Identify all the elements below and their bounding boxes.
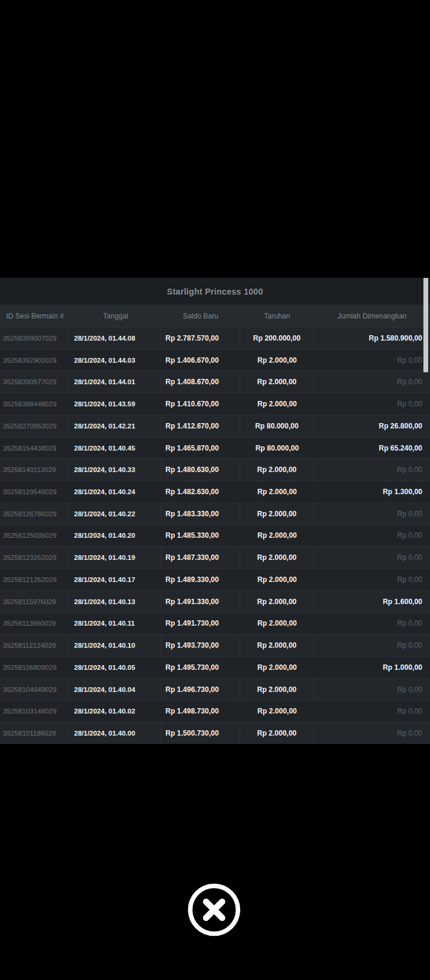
balance-cell: Rp 1.412.670,00 — [161, 415, 240, 437]
session-id-cell: 35258101186029 — [0, 722, 70, 744]
table-row: 3525812126202928/1/2024, 01.40.17Rp 1.48… — [0, 568, 430, 590]
date-cell: 28/1/2024, 01.40.19 — [70, 547, 161, 568]
bet-cell: Rp 2.000,00 — [240, 700, 314, 722]
win-cell: Rp 0,00 — [314, 569, 430, 590]
table-row: 3525839290102928/1/2024, 01.44.03Rp 1.40… — [0, 349, 430, 371]
date-cell: 28/1/2024, 01.40.20 — [70, 525, 161, 547]
balance-cell: Rp 1.489.330,00 — [161, 569, 240, 590]
bet-cell: Rp 2.000,00 — [240, 635, 314, 656]
balance-cell: Rp 1.482.630,00 — [161, 481, 240, 503]
win-cell: Rp 1.600,00 — [314, 591, 430, 612]
table-row: 3525839057702928/1/2024, 01.44.01Rp 1.40… — [0, 370, 430, 393]
win-cell: Rp 0,00 — [314, 393, 430, 415]
date-cell: 28/1/2024, 01.40.11 — [70, 613, 161, 635]
table-row: 3525815443802928/1/2024, 01.40.45Rp 1.46… — [0, 437, 430, 459]
session-id-cell: 35258129549029 — [0, 481, 70, 503]
column-header-new-balance: Saldo Baru — [161, 312, 240, 320]
date-cell: 28/1/2024, 01.42.21 — [70, 415, 161, 437]
win-cell: Rp 0,00 — [314, 700, 430, 722]
table-row: 3525810494902928/1/2024, 01.40.04Rp 1.49… — [0, 678, 430, 700]
bet-cell: Rp 2.000,00 — [240, 722, 314, 744]
bet-cell: Rp 2.000,00 — [240, 459, 314, 480]
session-id-cell: 35258392901029 — [0, 350, 70, 371]
session-id-cell: 35258115976029 — [0, 591, 70, 612]
balance-cell: Rp 1.483.330,00 — [161, 503, 240, 525]
session-id-cell: 35258154438029 — [0, 437, 70, 459]
date-cell: 28/1/2024, 01.40.45 — [70, 437, 161, 459]
win-cell: Rp 1.300,00 — [314, 481, 430, 503]
date-cell: 28/1/2024, 01.40.00 — [70, 722, 161, 744]
win-cell: Rp 0,00 — [314, 350, 430, 371]
win-cell: Rp 0,00 — [314, 547, 430, 568]
session-id-cell: 35258104949029 — [0, 679, 70, 700]
win-cell: Rp 0,00 — [314, 722, 430, 744]
win-cell: Rp 0,00 — [314, 525, 430, 547]
balance-cell: Rp 1.406.670,00 — [161, 350, 240, 371]
session-id-cell: 35258125035029 — [0, 525, 70, 547]
table-body: 3525839900702928/1/2024, 01.44.08Rp 2.78… — [0, 327, 430, 744]
date-cell: 28/1/2024, 01.40.02 — [70, 700, 161, 722]
bet-cell: Rp 2.000,00 — [240, 350, 314, 371]
bet-cell: Rp 80.000,00 — [240, 415, 314, 437]
date-cell: 28/1/2024, 01.40.04 — [70, 679, 161, 700]
win-cell: Rp 0,00 — [314, 635, 430, 656]
table-header-row: ID Sesi Bermain # Tanggal Saldo Baru Tar… — [0, 305, 430, 327]
bet-cell: Rp 2.000,00 — [240, 481, 314, 503]
bet-cell: Rp 2.000,00 — [240, 371, 314, 393]
phone-screen: Starlight Princess 1000 ID Sesi Bermain … — [0, 0, 430, 980]
date-cell: 28/1/2024, 01.43.59 — [70, 393, 161, 415]
balance-cell: Rp 1.487.330,00 — [161, 547, 240, 568]
session-history-modal: Starlight Princess 1000 ID Sesi Bermain … — [0, 278, 430, 744]
table-row: 3525838844802928/1/2024, 01.43.59Rp 1.41… — [0, 393, 430, 415]
session-id-cell: 35258126786029 — [0, 503, 70, 525]
session-id-cell: 35258270953029 — [0, 415, 70, 437]
win-cell: Rp 26.800,00 — [314, 415, 430, 437]
close-icon — [187, 883, 241, 937]
table-row: 3525812678602928/1/2024, 01.40.22Rp 1.48… — [0, 503, 430, 525]
date-cell: 28/1/2024, 01.44.08 — [70, 327, 161, 349]
session-id-cell: 35258103148029 — [0, 700, 70, 722]
bet-cell: Rp 2.000,00 — [240, 503, 314, 525]
balance-cell: Rp 1.408.670,00 — [161, 371, 240, 393]
session-id-cell: 35258390577029 — [0, 371, 70, 393]
win-cell: Rp 1.000,00 — [314, 657, 430, 678]
date-cell: 28/1/2024, 01.44.03 — [70, 350, 161, 371]
date-cell: 28/1/2024, 01.40.22 — [70, 503, 161, 525]
table-row: 3525810680902928/1/2024, 01.40.05Rp 1.49… — [0, 656, 430, 678]
balance-cell: Rp 2.787.570,00 — [161, 327, 240, 349]
scrollbar-thumb[interactable] — [423, 278, 428, 372]
win-cell: Rp 0,00 — [314, 613, 430, 635]
balance-cell: Rp 1.491.730,00 — [161, 613, 240, 635]
table-row: 3525812503502928/1/2024, 01.40.20Rp 1.48… — [0, 525, 430, 547]
bet-cell: Rp 200.000,00 — [240, 327, 314, 349]
date-cell: 28/1/2024, 01.44.01 — [70, 371, 161, 393]
table-row: 3525811395002928/1/2024, 01.40.11Rp 1.49… — [0, 612, 430, 635]
bet-cell: Rp 2.000,00 — [240, 657, 314, 678]
balance-cell: Rp 1.491.330,00 — [161, 591, 240, 612]
table-row: 3525814011302928/1/2024, 01.40.33Rp 1.48… — [0, 458, 430, 480]
bet-cell: Rp 2.000,00 — [240, 547, 314, 568]
session-id-cell: 35258113950029 — [0, 613, 70, 635]
date-cell: 28/1/2024, 01.40.17 — [70, 569, 161, 590]
date-cell: 28/1/2024, 01.40.13 — [70, 591, 161, 612]
win-cell: Rp 0,00 — [314, 459, 430, 480]
bet-cell: Rp 2.000,00 — [240, 569, 314, 590]
win-cell: Rp 0,00 — [314, 679, 430, 700]
win-cell: Rp 1.580.900,00 — [314, 327, 430, 349]
win-cell: Rp 65.240,00 — [314, 437, 430, 459]
column-header-bet: Taruhan — [240, 312, 314, 320]
date-cell: 28/1/2024, 01.40.33 — [70, 459, 161, 480]
close-button[interactable] — [187, 883, 241, 937]
column-header-date: Tanggal — [70, 312, 161, 320]
balance-cell: Rp 1.498.730,00 — [161, 700, 240, 722]
balance-cell: Rp 1.495.730,00 — [161, 657, 240, 678]
date-cell: 28/1/2024, 01.40.05 — [70, 657, 161, 678]
balance-cell: Rp 1.496.730,00 — [161, 679, 240, 700]
balance-cell: Rp 1.410.670,00 — [161, 393, 240, 415]
session-id-cell: 35258121262029 — [0, 569, 70, 590]
balance-cell: Rp 1.493.730,00 — [161, 635, 240, 656]
session-id-cell: 35258140113029 — [0, 459, 70, 480]
balance-cell: Rp 1.500.730,00 — [161, 722, 240, 744]
table-row: 3525812325202928/1/2024, 01.40.19Rp 1.48… — [0, 546, 430, 568]
session-id-cell: 35258106809029 — [0, 657, 70, 678]
